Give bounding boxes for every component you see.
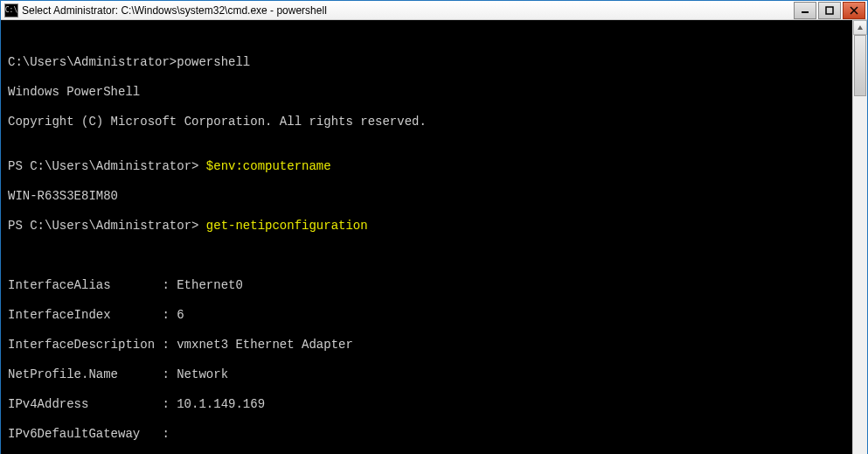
config-row: IPv4Address: 10.1.149.169 [8,397,849,412]
scrollbar-track[interactable] [853,35,867,454]
colon: : [162,397,177,412]
close-icon [850,6,858,15]
maximize-icon [825,6,834,15]
config-row: NetProfile.Name: Network [8,367,849,382]
svg-marker-4 [858,25,863,30]
config-row: InterfaceDescription: vmxnet3 Ethernet A… [8,338,849,353]
output-line: PS C:\Users\Administrator> $env:computer… [8,159,849,174]
config-value: 10.1.149.169 [177,397,265,412]
config-label: IPv6DefaultGateway [8,427,162,442]
client-area: C:\Users\Administrator>powershell Window… [1,20,867,454]
config-label: InterfaceAlias [8,278,162,293]
close-button[interactable] [843,2,865,19]
minimize-icon [801,6,809,15]
colon: : [162,367,177,382]
config-value: vmxnet3 Ethernet Adapter [177,338,353,353]
colon: : [162,338,177,353]
app-icon: C:\ [4,3,18,17]
config-label: InterfaceDescription [8,338,162,353]
output-line: C:\Users\Administrator>powershell [8,55,849,70]
scroll-up-button[interactable] [853,20,867,35]
output-line: Copyright (C) Microsoft Corporation. All… [8,115,849,129]
window-title: Select Administrator: C:\Windows\system3… [22,4,794,17]
colon: : [162,427,177,442]
maximize-button[interactable] [818,2,841,19]
colon: : [162,308,177,323]
console-window: C:\ Select Administrator: C:\Windows\sys… [0,0,868,454]
chevron-up-icon [857,24,864,31]
config-row: IPv6DefaultGateway: [8,427,849,442]
ps-prompt: PS C:\Users\Administrator> [8,159,206,173]
scrollbar-thumb[interactable] [854,35,866,96]
minimize-button[interactable] [794,2,816,19]
config-value: 6 [177,308,184,323]
ps-prompt: PS C:\Users\Administrator> [8,219,206,233]
output-line: PS C:\Users\Administrator> get-netipconf… [8,219,849,234]
colon: : [162,278,177,293]
cmd-text: powershell [177,55,250,69]
cmd-prompt: C:\Users\Administrator> [8,55,177,69]
titlebar[interactable]: C:\ Select Administrator: C:\Windows\sys… [1,1,867,20]
config-row: InterfaceAlias: Ethernet0 [8,278,849,293]
svg-rect-1 [826,7,833,14]
command-input: get-netipconfiguration [206,219,368,233]
vertical-scrollbar[interactable] [852,20,867,454]
config-label: NetProfile.Name [8,367,162,382]
command-input: $env:computername [206,159,331,173]
config-label: IPv4Address [8,397,162,412]
terminal-output[interactable]: C:\Users\Administrator>powershell Window… [1,20,852,454]
output-line: WIN-R63S3E8IM80 [8,189,849,204]
output-line: Windows PowerShell [8,85,849,100]
config-value: Ethernet0 [177,278,243,293]
config-value: Network [177,367,228,382]
config-label: InterfaceIndex [8,308,162,323]
window-controls [794,1,867,19]
config-row: InterfaceIndex: 6 [8,308,849,323]
